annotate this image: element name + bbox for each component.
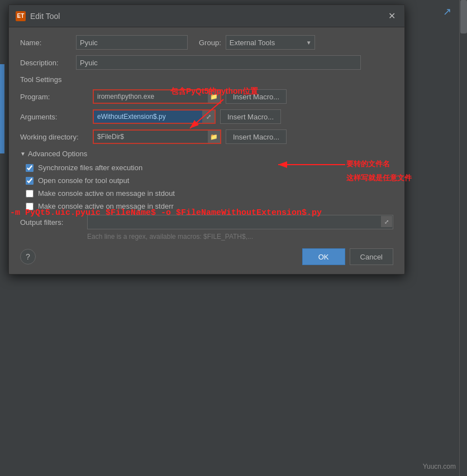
arguments-input-wrapper: ⤢ bbox=[93, 109, 216, 124]
program-insert-macro-button[interactable]: Insert Macro... bbox=[226, 89, 287, 104]
advanced-title: Advanced Options bbox=[28, 150, 87, 158]
watermark: Yuucn.com bbox=[423, 463, 456, 470]
working-dir-label: Working directory: bbox=[20, 133, 93, 141]
advanced-options: ▼ Advanced Options Synchronize files aft… bbox=[20, 150, 393, 210]
description-input[interactable] bbox=[76, 55, 361, 70]
dialog-buttons: ? OK Cancel bbox=[20, 248, 393, 265]
output-filters-label: Output filters: bbox=[20, 218, 87, 227]
working-dir-row: Working directory: 📁 Insert Macro... bbox=[20, 129, 393, 144]
working-dir-input[interactable] bbox=[93, 129, 221, 144]
close-button[interactable]: ✕ bbox=[385, 10, 398, 22]
button-group: OK Cancel bbox=[302, 248, 393, 265]
edit-tool-dialog: ET Edit Tool ✕ Name: Group: External Too… bbox=[8, 4, 405, 275]
name-input[interactable] bbox=[76, 35, 188, 50]
scrollbar[interactable] bbox=[459, 0, 467, 476]
open-console-checkbox[interactable] bbox=[26, 177, 34, 185]
description-label: Description: bbox=[20, 59, 76, 67]
working-dir-browse-button[interactable]: 📁 bbox=[208, 131, 220, 143]
ok-button[interactable]: OK bbox=[302, 248, 345, 265]
name-group-row: Name: Group: External Tools Other Custom… bbox=[20, 35, 393, 50]
program-row: Program: 📁 Insert Macro... bbox=[20, 89, 393, 104]
group-select[interactable]: External Tools Other Custom bbox=[226, 35, 315, 50]
scrollbar-thumb[interactable] bbox=[460, 0, 467, 33]
collapse-arrow-icon: ▼ bbox=[20, 151, 26, 157]
arguments-insert-macro-button[interactable]: Insert Macro... bbox=[220, 109, 281, 124]
checkbox-row-2: Make console active on message in stdout bbox=[26, 189, 393, 198]
group-label: Group: bbox=[199, 39, 221, 47]
program-input[interactable] bbox=[93, 89, 221, 104]
help-button[interactable]: ? bbox=[20, 249, 36, 265]
advanced-header[interactable]: ▼ Advanced Options bbox=[20, 150, 393, 158]
group-select-wrapper: External Tools Other Custom ▼ bbox=[226, 35, 315, 50]
dialog-body: Name: Group: External Tools Other Custom… bbox=[9, 27, 404, 274]
checkbox-row-0: Synchronize files after execution bbox=[26, 164, 393, 172]
tool-settings-title: Tool Settings bbox=[20, 75, 393, 84]
program-label: Program: bbox=[20, 93, 93, 101]
sync-files-label: Synchronize files after execution bbox=[38, 164, 142, 172]
dialog-icon: ET bbox=[16, 11, 26, 21]
tool-settings: Program: 📁 Insert Macro... Arguments: ⤢ … bbox=[20, 89, 393, 144]
annotation-cmd-line: -m PyQt5.uic.pyuic $FileName$ -o $FileNa… bbox=[10, 208, 322, 218]
working-dir-insert-macro-button[interactable]: Insert Macro... bbox=[226, 129, 287, 144]
working-dir-input-wrapper: 📁 bbox=[93, 129, 221, 144]
program-browse-button[interactable]: 📁 bbox=[208, 90, 220, 103]
output-expand-button[interactable]: ⤢ bbox=[381, 216, 392, 227]
description-row: Description: bbox=[20, 55, 393, 70]
arguments-expand-button[interactable]: ⤢ bbox=[202, 110, 215, 123]
arguments-input[interactable] bbox=[93, 109, 216, 124]
cancel-button[interactable]: Cancel bbox=[350, 248, 393, 265]
arguments-label: Arguments: bbox=[20, 113, 93, 121]
arrow-indicator: ↗ bbox=[443, 6, 451, 18]
console-stdout-checkbox[interactable] bbox=[26, 190, 34, 198]
sidebar-strip bbox=[0, 64, 4, 153]
dialog-titlebar: ET Edit Tool ✕ bbox=[9, 5, 404, 27]
title-left: ET Edit Tool bbox=[16, 11, 60, 21]
open-console-label: Open console for tool output bbox=[38, 176, 129, 185]
checkbox-row-1: Open console for tool output bbox=[26, 176, 393, 185]
console-stdout-label: Make console active on message in stdout bbox=[38, 189, 175, 198]
arguments-row: Arguments: ⤢ Insert Macro... bbox=[20, 109, 393, 124]
name-label: Name: bbox=[20, 39, 76, 47]
output-hint: Each line is a regex, available macros: … bbox=[87, 233, 393, 241]
sync-files-checkbox[interactable] bbox=[26, 164, 34, 172]
program-input-wrapper: 📁 bbox=[93, 89, 221, 104]
dialog-title: Edit Tool bbox=[30, 12, 60, 21]
